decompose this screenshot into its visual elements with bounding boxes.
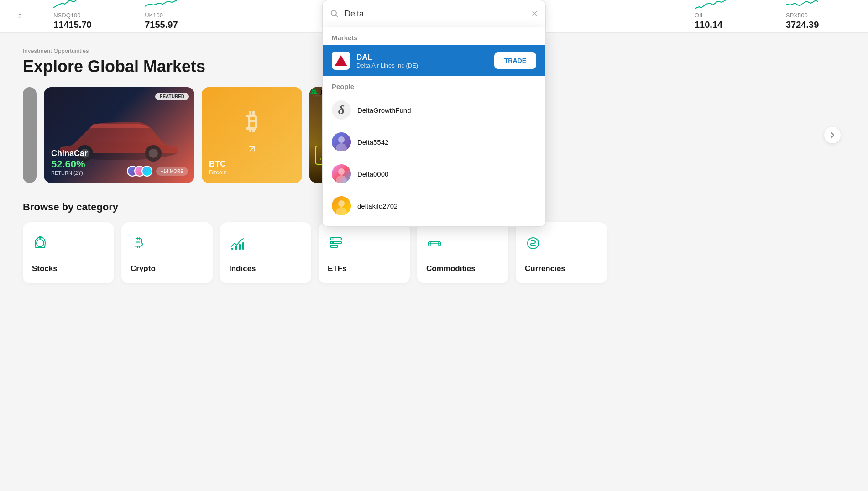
dal-name: Delta Air Lines Inc (DE) <box>356 62 488 69</box>
etfs-icon <box>328 235 344 255</box>
ticker-item-nsdq[interactable]: NSDQ100 11415.70 +0.26% <box>53 0 117 33</box>
search-input[interactable] <box>345 9 526 19</box>
btc-title: BTC <box>209 159 295 169</box>
svg-rect-9 <box>235 246 237 250</box>
currencies-icon <box>525 235 541 255</box>
category-card-etfs[interactable]: ETFs <box>319 222 410 283</box>
svg-rect-8 <box>231 248 233 250</box>
deltakilo-name: deltakilo2702 <box>357 202 397 210</box>
search-dropdown: Markets DAL Delta Air Lines Inc (DE) TRA… <box>322 27 546 227</box>
ticker-value-spx: 3724.39 <box>786 20 819 30</box>
people-section: People δ DeltaGrowthFund <box>323 76 545 226</box>
deltakilo-avatar <box>332 196 351 215</box>
chevron-right-icon <box>829 131 836 139</box>
delta0000-avatar <box>332 164 351 183</box>
ticker-value-nsdq: 11415.70 <box>53 20 91 30</box>
dal-ticker: DAL <box>356 53 488 62</box>
stocks-icon <box>32 235 48 255</box>
category-card-crypto[interactable]: Crypto <box>121 222 213 283</box>
market-result-dal[interactable]: DAL Delta Air Lines Inc (DE) TRADE <box>323 45 545 76</box>
person-delta5542[interactable]: Delta5542 <box>323 126 545 158</box>
svg-rect-12 <box>330 238 341 240</box>
btc-subtitle: Bitcoin <box>209 169 295 176</box>
svg-rect-14 <box>330 245 338 247</box>
category-card-indices[interactable]: Indices <box>220 222 311 283</box>
ticker-name-nsdq: NSDQ100 <box>53 12 80 19</box>
person-delta0000[interactable]: Delta0000 <box>323 158 545 190</box>
ticker-chart-uk100 <box>145 0 177 11</box>
trade-button[interactable]: TRADE <box>494 52 536 69</box>
ticker-value-oil: 110.14 <box>695 20 722 30</box>
chinacar-overlay: ChinaCar 52.60% RETURN (2Y) <box>44 141 194 183</box>
svg-text:₿: ₿ <box>246 109 258 135</box>
card-chinacar[interactable]: FEATURED ChinaCar 52.60% RETURN (2Y) +14… <box>44 87 194 183</box>
chinacar-avatars: +14 MORE <box>127 166 188 177</box>
svg-rect-11 <box>242 242 244 250</box>
svg-rect-10 <box>239 244 241 250</box>
crypto-label: Crypto <box>131 264 156 273</box>
ticker-chart-spx <box>786 0 818 11</box>
currencies-label: Currencies <box>525 264 565 273</box>
indices-icon <box>229 235 246 255</box>
category-grid: Stocks Crypto <box>23 222 845 283</box>
chinacar-badge: FEATURED <box>155 93 189 100</box>
chinacar-more: +14 MORE <box>156 167 188 176</box>
ticker-value-uk100: 7155.97 <box>145 20 178 30</box>
ticker-name-uk100: UK100 <box>145 12 163 19</box>
search-clear-button[interactable]: ✕ <box>531 9 538 19</box>
delta0000-avatar-image <box>332 164 351 183</box>
etfs-label: ETFs <box>328 264 347 273</box>
ticker-item-spx[interactable]: SPX500 3724.39 +0.30% <box>786 0 850 33</box>
deltakilo-avatar-image <box>332 196 351 215</box>
dal-logo <box>332 52 350 70</box>
search-input-row: ✕ <box>322 0 546 27</box>
stocks-label: Stocks <box>32 264 58 273</box>
svg-point-7 <box>37 240 44 247</box>
crypto-icon <box>131 235 147 255</box>
people-section-label: People <box>323 76 545 94</box>
delta5542-name: Delta5542 <box>357 138 388 146</box>
delta5542-avatar-image <box>332 132 351 151</box>
btc-logo-area: ₿ <box>234 103 270 156</box>
cards-next-button[interactable] <box>824 127 841 143</box>
ticker-name-oil: OIL <box>695 12 704 19</box>
dal-info: DAL Delta Air Lines Inc (DE) <box>356 53 488 69</box>
svg-point-6 <box>39 236 42 239</box>
card-edge-left <box>23 87 37 183</box>
chinacar-title: ChinaCar <box>51 149 187 158</box>
category-card-commodities[interactable]: Commodities <box>417 222 508 283</box>
card-btc[interactable]: ₿ BTC Bitcoin <box>202 87 302 183</box>
delta0000-name: Delta0000 <box>357 170 388 178</box>
svg-point-24 <box>338 168 345 175</box>
svg-point-21 <box>338 136 345 143</box>
ticker-name-spx: SPX500 <box>786 12 808 19</box>
category-card-currencies[interactable]: Currencies <box>516 222 607 283</box>
btc-icon: ₿ <box>234 103 270 140</box>
search-icon <box>330 9 339 18</box>
dal-triangle-icon <box>335 55 347 66</box>
category-card-stocks[interactable]: Stocks <box>23 222 114 283</box>
delta5542-avatar <box>332 132 351 151</box>
ticker-chart-nsdq <box>53 0 85 11</box>
delta-growth-name: DeltaGrowthFund <box>357 106 411 114</box>
btc-overlay: BTC Bitcoin <box>202 152 302 183</box>
svg-point-27 <box>338 200 345 207</box>
markets-section-label: Markets <box>323 27 545 45</box>
ticker-scroll-indicator: 3 <box>18 13 21 20</box>
ticker-item-uk100[interactable]: UK100 7155.97 +0.68% <box>145 0 209 33</box>
search-box: ✕ Markets DAL Delta Air Lines Inc (DE) T… <box>322 0 546 227</box>
ticker-item-oil[interactable]: OIL 110.14 +1.45% <box>695 0 758 33</box>
ticker-chart-oil <box>695 0 727 11</box>
commodities-label: Commodities <box>426 264 476 273</box>
person-deltakilo[interactable]: deltakilo2702 <box>323 190 545 222</box>
svg-rect-13 <box>330 241 341 244</box>
commodities-icon <box>426 235 443 255</box>
delta-growth-avatar: δ <box>332 100 351 120</box>
person-delta-growth[interactable]: δ DeltaGrowthFund <box>323 94 545 126</box>
indices-label: Indices <box>229 264 256 273</box>
